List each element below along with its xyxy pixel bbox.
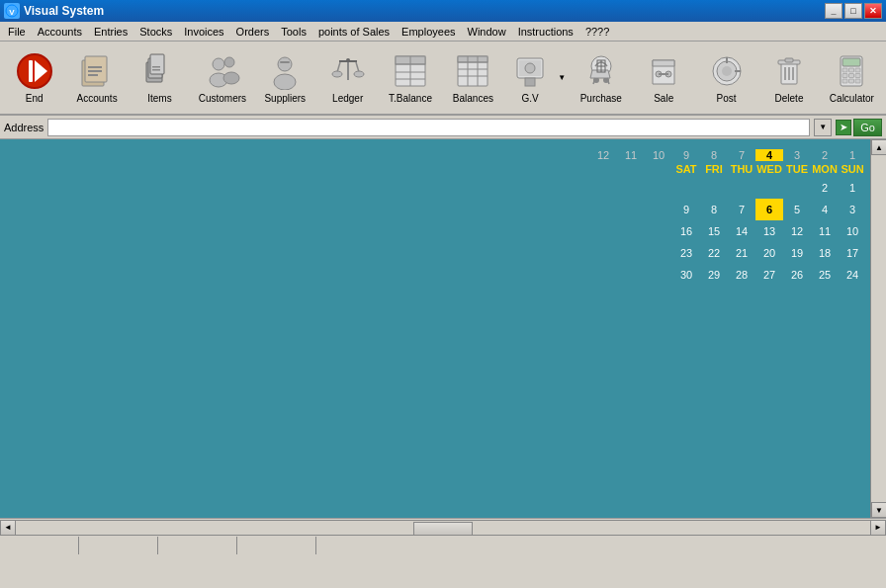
cal-cell-7[interactable]: 7 [728,199,755,220]
cal-cell-30[interactable]: 30 [672,264,700,286]
cal-cell-16[interactable]: 16 [672,220,700,242]
address-dropdown[interactable]: ▼ [814,119,832,136]
menu-entries[interactable]: Entries [88,24,133,40]
cal-cell-11[interactable]: 11 [811,220,839,242]
purchase-button[interactable]: Purchase [571,44,631,112]
calculator-icon [832,51,871,91]
cal-cell-13[interactable]: 13 [755,220,783,242]
title-bar: V Visual System _ □ ✕ [0,0,886,22]
cal-cell-9[interactable]: 9 [672,199,700,220]
gv-button[interactable]: G.V [505,44,555,112]
balances-button[interactable]: Balances [443,44,503,112]
accounts-button[interactable]: Accounts [66,44,127,112]
cal-cell-3[interactable]: 3 [839,199,866,220]
end-label: End [26,93,44,104]
calendar-row-5: 30 29 28 27 26 25 24 [589,264,866,286]
suppliers-button[interactable]: Suppliers [255,44,315,112]
delete-button[interactable]: Delete [758,44,819,112]
app-icon: V [4,3,20,19]
cal-cell-4[interactable]: 4 [811,199,839,220]
customers-button[interactable]: Customers [192,44,252,112]
cal-cell-15[interactable]: 15 [700,220,728,242]
post-button[interactable]: Post [696,44,756,112]
menu-pos[interactable]: points of Sales [312,24,396,40]
status-cell-5 [316,537,886,554]
menu-help[interactable]: ???? [579,24,615,40]
cal-cell[interactable] [783,177,811,199]
cal-cell-26[interactable]: 26 [783,264,811,286]
cal-cell-2[interactable]: 2 [811,177,839,199]
menu-tools[interactable]: Tools [275,24,312,40]
svg-rect-14 [152,69,160,71]
cal-cell-19[interactable]: 19 [783,242,811,264]
h-scroll-thumb[interactable] [413,522,473,536]
maximize-button[interactable]: □ [844,3,862,19]
cal-cell-28[interactable]: 28 [728,264,755,286]
post-icon [707,51,747,91]
scroll-down-button[interactable]: ▼ [871,502,886,518]
scroll-left-button[interactable]: ◄ [0,520,16,536]
menu-instructions[interactable]: Instructions [512,24,579,40]
cal-cell-25[interactable]: 25 [811,264,839,286]
svg-rect-69 [849,68,854,72]
minimize-button[interactable]: _ [825,3,842,19]
calculator-button[interactable]: Calculator [822,44,882,112]
menu-file[interactable]: File [2,24,32,40]
address-input[interactable] [47,119,810,136]
delete-label: Delete [775,93,804,104]
menu-orders[interactable]: Orders [230,24,276,40]
cal-cell-6[interactable]: 6 [755,199,783,220]
cal-cell[interactable] [728,177,755,199]
accounts-label: Accounts [77,93,118,104]
svg-rect-68 [842,68,847,72]
calendar-row-3: 16 15 14 13 12 11 10 [589,220,866,242]
cal-cell-27[interactable]: 27 [755,264,783,286]
svg-point-20 [274,74,296,90]
t-balance-button[interactable]: T.Balance [380,44,440,112]
cal-cell-1[interactable]: 1 [839,177,866,199]
vertical-scrollbar: ▲ ▼ [870,139,886,518]
items-button[interactable]: Items [130,44,190,112]
cal-cell[interactable] [672,177,700,199]
ledger-button[interactable]: Ledger [317,44,378,112]
menu-stocks[interactable]: Stocks [133,24,178,40]
close-button[interactable]: ✕ [864,3,882,19]
purchase-label: Purchase [580,93,622,104]
accounts-icon [77,51,117,91]
gv-icon [510,51,550,91]
cal-cell-21[interactable]: 21 [728,242,755,264]
menu-bar: File Accounts Entries Stocks Invoices Or… [0,22,886,42]
menu-accounts[interactable]: Accounts [32,24,88,40]
menu-window[interactable]: Window [462,24,512,40]
scroll-right-button[interactable]: ► [870,520,886,536]
cal-cell-5[interactable]: 5 [783,199,811,220]
cal-cell-8[interactable]: 8 [700,199,728,220]
cal-cell-12[interactable]: 12 [783,220,811,242]
cal-cell[interactable] [700,177,728,199]
cal-cell[interactable] [755,177,783,199]
sale-button[interactable]: Sale [634,44,694,112]
cal-cell-29[interactable]: 29 [700,264,728,286]
address-label: Address [4,122,44,133]
cal-cell-23[interactable]: 23 [672,242,700,264]
cal-cell-14[interactable]: 14 [728,220,755,242]
menu-employees[interactable]: Employees [396,24,461,40]
cal-cell-20[interactable]: 20 [755,242,783,264]
customers-icon [203,51,242,91]
cal-cell-22[interactable]: 22 [700,242,728,264]
go-button[interactable]: Go [853,119,882,136]
end-button[interactable]: End [4,44,64,112]
cal-cell-17[interactable]: 17 [839,242,866,264]
cal-cell-18[interactable]: 18 [811,242,839,264]
menu-invoices[interactable]: Invoices [178,24,229,40]
svg-point-57 [722,66,732,76]
cal-cell-10[interactable]: 10 [839,220,866,242]
svg-line-26 [356,62,359,72]
svg-line-25 [337,62,340,72]
ledger-icon [328,51,368,91]
svg-rect-73 [855,74,860,78]
scroll-up-button[interactable]: ▲ [871,139,886,155]
gv-dropdown-arrow[interactable]: ▼ [555,44,569,112]
cal-cell-24[interactable]: 24 [839,264,866,286]
svg-rect-36 [458,56,487,62]
